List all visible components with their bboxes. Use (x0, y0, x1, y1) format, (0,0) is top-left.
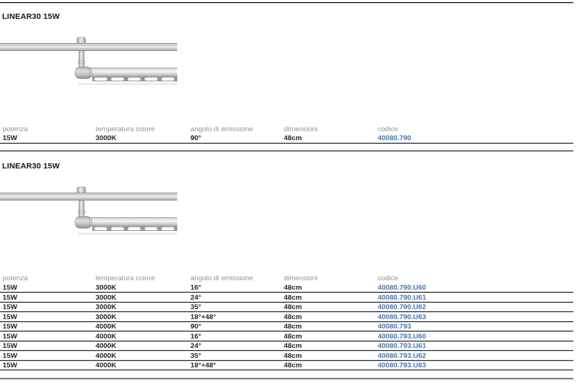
col-header-potenza: potenza (0, 272, 93, 283)
cell-dimensioni: 48cm (281, 341, 375, 351)
cell-temperatura-colore: 4000K (93, 331, 188, 341)
cell-potenza: 15W (0, 322, 93, 332)
cell-temperatura-colore: 4000K (93, 351, 188, 361)
cell-codice: 40080.793.U63 (375, 361, 573, 370)
cell-temperatura-colore: 3000K (93, 302, 188, 312)
cell-temperatura-colore: 3000K (93, 292, 188, 302)
table-row: 15W3000K18°+48°48cm40080.790.U63 (0, 312, 573, 322)
cell-angolo-di-emissione: 16° (188, 331, 281, 341)
cell-codice: 40080.793.U60 (375, 331, 573, 341)
table-row: 15W4000K35°48cm40080.793.U62 (0, 351, 573, 361)
table-row: 15W3000K16°48cm40080.790.U60 (0, 283, 573, 293)
track-luminaire-illustration (0, 29, 177, 89)
col-header-codice: codice (375, 123, 573, 133)
cell-dimensioni: 48cm (281, 322, 375, 332)
table-row: 15W3000K35°48cm40080.790.U62 (0, 302, 573, 312)
table-row: 15W4000K16°48cm40080.793.U60 (0, 331, 573, 341)
cell-dimensioni: 48cm (281, 331, 375, 341)
codice-link[interactable]: 40080.793.U61 (378, 342, 426, 349)
col-header-temperatura-colore: temperatura colore (93, 123, 188, 133)
cell-codice: 40080.793 (375, 322, 573, 332)
codice-link[interactable]: 40080.790 (378, 134, 411, 142)
table-header-row: potenza temperatura colore angolo di emi… (0, 123, 573, 133)
cell-dimensioni: 48cm (281, 351, 375, 361)
cell-potenza: 15W (0, 292, 93, 302)
product-section: LINEAR30 15W (0, 11, 577, 144)
cell-potenza: 15W (0, 351, 93, 361)
codice-link[interactable]: 40080.790.U62 (378, 303, 426, 311)
cell-potenza: 15W (0, 283, 93, 293)
table-header-row: potenza temperatura colore angolo di emi… (0, 272, 573, 283)
cell-codice: 40080.790.U62 (375, 302, 573, 312)
cell-dimensioni: 48cm (281, 133, 375, 143)
col-header-angolo-di-emissione: angolo di emissione (188, 272, 281, 283)
cell-temperatura-colore: 4000K (93, 361, 188, 370)
col-header-codice: codice (375, 272, 573, 283)
cell-dimensioni: 48cm (281, 292, 375, 302)
cell-angolo-di-emissione: 90° (188, 322, 281, 332)
cell-angolo-di-emissione: 90° (188, 133, 281, 143)
cell-codice: 40080.790.U63 (375, 312, 573, 322)
cell-dimensioni: 48cm (281, 283, 375, 293)
page-title: LINEAR30 15W (2, 161, 577, 171)
cell-temperatura-colore: 3000K (93, 312, 188, 322)
spec-table: potenza temperatura colore angolo di emi… (0, 123, 573, 144)
cell-codice: 40080.790 (375, 133, 573, 143)
cell-potenza: 15W (0, 302, 93, 312)
product-photo (0, 178, 177, 239)
section-divider (0, 378, 573, 379)
cell-angolo-di-emissione: 18°+48° (188, 312, 281, 322)
cell-dimensioni: 48cm (281, 312, 375, 322)
track-luminaire-illustration (0, 178, 177, 239)
cell-codice: 40080.790.U61 (375, 292, 573, 302)
cell-temperatura-colore: 4000K (93, 341, 188, 351)
cell-codice: 40080.790.U60 (375, 283, 573, 293)
codice-link[interactable]: 40080.793 (378, 322, 411, 330)
cell-angolo-di-emissione: 24° (188, 292, 281, 302)
cell-temperatura-colore: 3000K (93, 133, 188, 143)
table-row: 15W4000K24°48cm40080.793.U61 (0, 341, 573, 351)
product-photo (0, 29, 177, 89)
codice-link[interactable]: 40080.793.U63 (378, 361, 426, 369)
codice-link[interactable]: 40080.790.U61 (378, 293, 426, 301)
cell-codice: 40080.793.U61 (375, 341, 573, 351)
table-row: 15W3000K90°48cm40080.790 (0, 133, 573, 143)
cell-dimensioni: 48cm (281, 361, 375, 370)
table-row: 15W4000K90°48cm40080.793 (0, 322, 573, 332)
cell-potenza: 15W (0, 341, 93, 351)
codice-link[interactable]: 40080.793.U60 (378, 332, 426, 340)
section-divider (0, 150, 573, 152)
cell-codice: 40080.793.U62 (375, 351, 573, 361)
col-header-dimensioni: dimensioni (281, 123, 375, 133)
col-header-potenza: potenza (0, 123, 93, 133)
codice-link[interactable]: 40080.790.U63 (378, 313, 426, 321)
cell-angolo-di-emissione: 24° (188, 341, 281, 351)
codice-link[interactable]: 40080.790.U60 (378, 283, 426, 291)
cell-potenza: 15W (0, 133, 93, 143)
cell-angolo-di-emissione: 16° (188, 283, 281, 293)
cell-potenza: 15W (0, 361, 93, 370)
table-row: 15W3000K24°48cm40080.790.U61 (0, 292, 573, 302)
cell-potenza: 15W (0, 312, 93, 322)
table-row: 15W4000K18°+48°48cm40080.793.U63 (0, 361, 573, 370)
cell-angolo-di-emissione: 18°+48° (188, 361, 281, 370)
col-header-angolo-di-emissione: angolo di emissione (188, 123, 281, 133)
page-title: LINEAR30 15W (2, 11, 577, 22)
cell-angolo-di-emissione: 35° (188, 302, 281, 312)
cell-temperatura-colore: 3000K (93, 283, 188, 293)
cell-temperatura-colore: 4000K (93, 322, 188, 332)
col-header-dimensioni: dimensioni (281, 272, 375, 283)
cell-angolo-di-emissione: 35° (188, 351, 281, 361)
col-header-temperatura-colore: temperatura colore (93, 272, 188, 283)
spec-table: potenza temperatura colore angolo di emi… (0, 272, 573, 371)
top-divider (0, 2, 573, 3)
codice-link[interactable]: 40080.793.U62 (378, 352, 426, 359)
product-section: LINEAR30 15W (0, 161, 577, 371)
cell-potenza: 15W (0, 331, 93, 341)
cell-dimensioni: 48cm (281, 302, 375, 312)
catalog-page: LINEAR30 15W (0, 2, 577, 392)
